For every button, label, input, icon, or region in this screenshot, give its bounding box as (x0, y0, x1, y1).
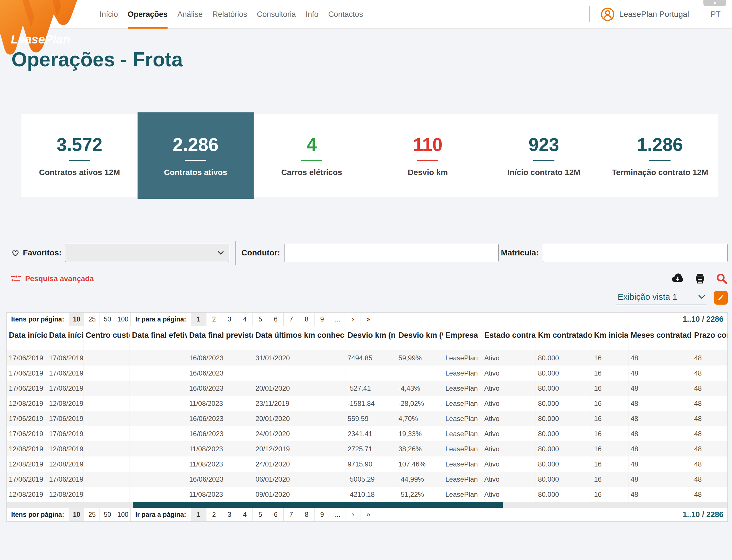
stat-value: 2.286 (173, 134, 219, 155)
table-row[interactable]: 17/06/2019 17/06/2019 16/06/2023 24/01/2… (7, 426, 727, 441)
print-button[interactable] (694, 273, 706, 285)
svg-text:LeasePlan: LeasePlan (11, 33, 70, 46)
stat-underline (533, 160, 554, 161)
page-number[interactable]: 7 (284, 313, 299, 326)
page-size-option[interactable]: 100 (115, 508, 131, 521)
page-size-option[interactable]: 50 (100, 508, 115, 521)
collapse-tab[interactable]: ▾ (703, 0, 726, 6)
page-number[interactable]: 1 (191, 508, 207, 521)
account-menu[interactable]: LeasePlan Portugal (589, 0, 689, 29)
page-number[interactable]: 8 (299, 313, 315, 326)
filter-bar: Favoritos: Condutor: Matrícula: (11, 243, 728, 263)
page-number[interactable]: 4 (237, 508, 253, 521)
page-number[interactable]: › (346, 508, 361, 521)
page-number[interactable]: 2 (207, 313, 222, 326)
filter-divider (235, 241, 236, 265)
stat-value: 110 (413, 134, 442, 155)
favoritos-label: Favoritos: (23, 248, 62, 257)
page-number[interactable]: 8 (299, 508, 315, 521)
nav-item[interactable]: Contactos (328, 0, 363, 29)
stat-underline (301, 160, 322, 161)
stat-label: Contratos ativos (164, 168, 227, 177)
view-row: Exibição vista 1 (616, 289, 728, 306)
horizontal-scrollbar-thumb[interactable] (133, 502, 503, 508)
page-number[interactable]: 9 (315, 508, 330, 521)
goto-page-label: Ir para a página: (131, 313, 191, 326)
stats-strip: 3.572 Contratos ativos 12M 2.286 Contrat… (21, 114, 718, 197)
stat-card-desvio-km[interactable]: 110 Desvio km (370, 114, 486, 197)
table-row[interactable]: 17/06/2019 17/06/2019 16/06/2023 31/01/2… (7, 350, 727, 366)
page-number[interactable]: 6 (268, 508, 284, 521)
page-number[interactable]: › (346, 313, 361, 326)
page-number[interactable]: 4 (237, 313, 253, 326)
pagination-top: Itens por página: 102550100 Ir para a pá… (7, 313, 727, 326)
main-nav: InícioOperaçõesAnáliseRelatóriosConsulto… (100, 0, 363, 29)
table-row[interactable]: 17/06/2019 17/06/2019 16/06/2023 20/01/2… (7, 381, 727, 396)
edit-view-button[interactable] (714, 291, 728, 305)
page-number-options: 123456789...›» (191, 508, 376, 521)
page-number[interactable]: » (361, 508, 376, 521)
table-row[interactable]: 17/06/2019 17/06/2019 16/06/2023 06/01/2… (7, 472, 727, 487)
page-number[interactable]: 2 (207, 508, 222, 521)
column-header: Data últimos km conhecidos (253, 326, 345, 350)
page-size-option[interactable]: 25 (84, 313, 100, 326)
pagination-bottom: Itens por página: 102550100 Ir para a pá… (7, 508, 727, 521)
page-number[interactable]: 3 (222, 508, 237, 521)
cloud-download-icon (671, 273, 684, 284)
stat-value: 923 (529, 134, 559, 155)
search-button[interactable] (716, 273, 728, 285)
column-header: Km contratados (535, 326, 592, 350)
download-button[interactable] (671, 273, 684, 284)
page-size-option[interactable]: 50 (100, 313, 115, 326)
page-number[interactable]: 5 (253, 508, 268, 521)
horizontal-scrollbar-track[interactable] (7, 502, 727, 508)
stat-card-contratos-ativos[interactable]: 2.286 Contratos ativos (138, 112, 254, 199)
table-row[interactable]: 12/08/2019 12/08/2019 11/08/2023 09/01/2… (7, 487, 727, 502)
table-row[interactable]: 12/08/2019 12/08/2019 11/08/2023 20/12/2… (7, 441, 727, 456)
page-number[interactable]: 1 (191, 313, 207, 326)
table-row[interactable]: 17/06/2019 17/06/2019 16/06/2023 LeasePl… (7, 366, 727, 381)
table-row[interactable]: 17/06/2019 17/06/2019 16/06/2023 20/01/2… (7, 411, 727, 426)
page-number[interactable]: ... (330, 508, 346, 521)
stat-label: Início contrato 12M (507, 168, 580, 177)
page-number[interactable]: » (361, 313, 376, 326)
nav-item[interactable]: Relatórios (213, 0, 247, 29)
stat-card-contratos-ativos-12m[interactable]: 3.572 Contratos ativos 12M (21, 114, 138, 197)
page-number[interactable]: ... (330, 313, 346, 326)
advanced-search-link[interactable]: Pesquisa avançada (11, 274, 94, 283)
nav-item[interactable]: Operações (128, 0, 168, 29)
leaseplan-logo[interactable]: LeasePlan (0, 0, 92, 60)
stat-card-terminacao-contrato-12m[interactable]: 1.286 Terminação contrato 12M (602, 114, 718, 197)
nav-item[interactable]: Info (306, 0, 319, 29)
condutor-input[interactable] (284, 244, 499, 262)
page-number[interactable]: 6 (268, 313, 284, 326)
table-row[interactable]: 12/08/2019 12/08/2019 11/08/2023 23/11/2… (7, 396, 727, 411)
page-number[interactable]: 3 (222, 313, 237, 326)
pencil-icon (717, 294, 725, 301)
magnifier-icon (716, 273, 728, 285)
page-size-option[interactable]: 10 (69, 508, 84, 521)
nav-item[interactable]: Análise (177, 0, 203, 29)
table-row[interactable]: 12/08/2019 12/08/2019 11/08/2023 24/01/2… (7, 456, 727, 472)
goto-page-label: Ir para a página: (131, 508, 191, 521)
favoritos-select[interactable] (65, 244, 229, 262)
result-range: 1..10 / 2286 (683, 508, 727, 521)
page-number[interactable]: 7 (284, 508, 299, 521)
page-size-options: 102550100 (69, 508, 131, 521)
column-header: Data início (47, 326, 83, 350)
matricula-input[interactable] (543, 244, 728, 262)
advanced-search-label: Pesquisa avançada (25, 274, 94, 283)
stat-card-carros-eletricos[interactable]: 4 Carros elétricos (254, 114, 370, 197)
page-size-option[interactable]: 100 (115, 313, 131, 326)
stat-card-inicio-contrato-12m[interactable]: 923 Início contrato 12M (486, 114, 602, 197)
page-number[interactable]: 5 (253, 313, 268, 326)
page-number[interactable]: 9 (315, 313, 330, 326)
page-size-option[interactable]: 10 (69, 313, 84, 326)
chevron-down-icon (218, 251, 224, 255)
nav-item[interactable]: Consultoria (257, 0, 296, 29)
page-size-option[interactable]: 25 (84, 508, 100, 521)
view-selector[interactable]: Exibição vista 1 (616, 290, 707, 305)
view-selector-value: Exibição vista 1 (618, 292, 677, 302)
column-header: Estado contrato (482, 326, 535, 350)
nav-item[interactable]: Início (100, 0, 118, 29)
